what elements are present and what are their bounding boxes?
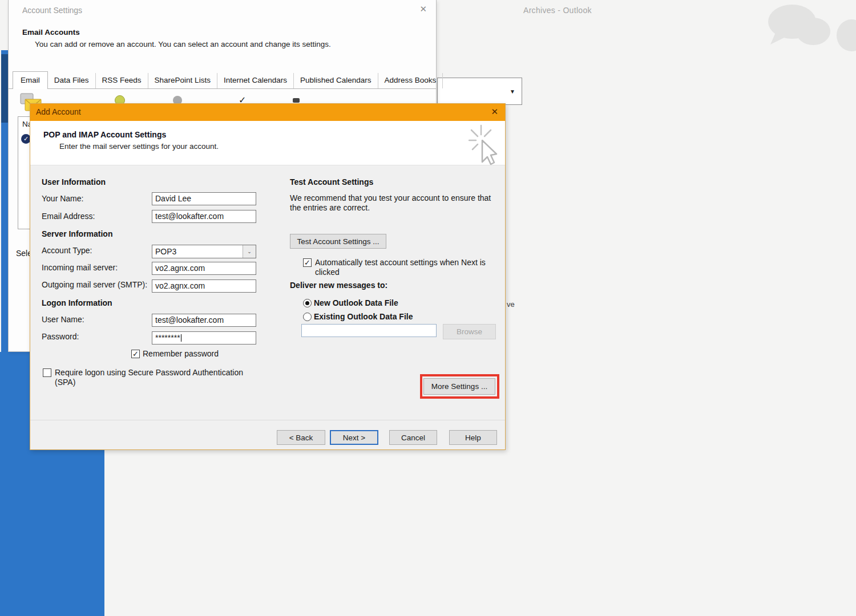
outgoing-server-field[interactable]: vo2.agnx.com	[152, 279, 256, 293]
back-button[interactable]: < Back	[277, 430, 325, 445]
close-icon[interactable]: ✕	[419, 4, 427, 14]
tab-rss-feeds[interactable]: RSS Feeds	[96, 73, 148, 88]
your-name-field[interactable]: David Lee	[152, 192, 256, 205]
test-account-description: We recommend that you test your account …	[290, 193, 504, 213]
data-file-path-field[interactable]	[301, 324, 437, 337]
user-name-field[interactable]: test@lookafter.com	[152, 314, 256, 327]
email-address-field[interactable]: test@lookafter.com	[152, 210, 256, 223]
cloud-watermark	[759, 0, 856, 66]
radio-new-data-file[interactable]	[303, 299, 312, 307]
remember-password-label: Remember password	[143, 349, 219, 358]
checkmark-icon: ✓	[132, 350, 139, 358]
auto-test-label: Automatically test account settings when…	[315, 258, 495, 277]
chevron-down-icon[interactable]: ⌄	[243, 245, 256, 258]
email-address-label: Email Address:	[42, 212, 95, 221]
help-button[interactable]: Help	[449, 430, 497, 445]
background-dropdown[interactable]: ▼	[437, 78, 522, 105]
radio-new-data-file-label: New Outlook Data File	[314, 298, 398, 307]
section-logon-information: Logon Information	[42, 298, 112, 307]
tab-internet-calendars[interactable]: Internet Calendars	[217, 73, 294, 88]
tab-data-files[interactable]: Data Files	[48, 73, 96, 88]
radio-existing-data-file-label: Existing Outlook Data File	[314, 312, 413, 321]
remember-password-checkbox[interactable]: ✓	[131, 350, 140, 358]
chevron-down-icon: ▼	[510, 88, 515, 95]
tab-sharepoint-lists[interactable]: SharePoint Lists	[148, 73, 217, 88]
section-test-account: Test Account Settings	[290, 177, 373, 187]
incoming-server-label: Incoming mail server:	[42, 263, 118, 272]
spa-label: Require logon using Secure Password Auth…	[55, 368, 256, 387]
add-account-title: Add Account	[36, 107, 81, 116]
header-subtitle: Enter the mail server settings for your …	[59, 142, 219, 151]
email-accounts-heading: Email Accounts	[22, 28, 80, 37]
password-masked-value: ********	[155, 333, 180, 342]
section-user-information: User Information	[42, 177, 106, 187]
spa-checkbox[interactable]	[43, 368, 51, 377]
window-title: Archives - Outlook	[523, 6, 592, 15]
header-title: POP and IMAP Account Settings	[43, 130, 166, 139]
outgoing-server-label: Outgoing mail server (SMTP):	[42, 280, 147, 289]
password-label: Password:	[42, 332, 79, 341]
close-icon[interactable]: ✕	[491, 107, 498, 117]
auto-test-checkbox[interactable]: ✓	[303, 258, 312, 267]
incoming-server-field[interactable]: vo2.agnx.com	[152, 262, 256, 275]
section-server-information: Server Information	[42, 229, 112, 238]
tab-published-calendars[interactable]: Published Calendars	[294, 73, 378, 88]
radio-existing-data-file[interactable]	[303, 313, 312, 321]
account-type-select[interactable]: POP3 ⌄	[152, 245, 256, 258]
tab-email[interactable]: Email	[13, 71, 48, 89]
window-edge-strip-dark	[1, 54, 8, 123]
mouse-click-cursor-icon	[469, 122, 500, 168]
section-deliver: Deliver new messages to:	[290, 281, 387, 290]
test-account-settings-button[interactable]: Test Account Settings ...	[290, 234, 386, 249]
email-accounts-description: You can add or remove an account. You ca…	[35, 40, 331, 48]
your-name-label: Your Name:	[42, 194, 83, 203]
account-type-label: Account Type:	[42, 246, 92, 255]
cancel-button[interactable]: Cancel	[389, 430, 437, 445]
footer-separator	[30, 420, 505, 420]
user-name-label: User Name:	[42, 315, 84, 324]
dialog-header: POP and IMAP Account Settings Enter the …	[30, 121, 505, 165]
desktop: Archives - Outlook ve ▼ Account Settings…	[0, 0, 856, 616]
account-type-value: POP3	[155, 247, 176, 256]
add-account-dialog: Add Account ✕ POP and IMAP Account Setti…	[30, 103, 506, 450]
more-settings-button[interactable]: More Settings ...	[423, 378, 495, 395]
dialog-title: Account Settings	[22, 6, 82, 15]
tab-bar: Email Data Files RSS Feeds SharePoint Li…	[9, 73, 436, 89]
checkmark-icon: ✓	[304, 258, 310, 267]
text-caret	[181, 334, 181, 342]
add-account-titlebar: Add Account ✕	[30, 104, 505, 121]
browse-button[interactable]: Browse	[443, 324, 496, 339]
next-button[interactable]: Next >	[330, 430, 378, 445]
tab-address-books[interactable]: Address Books	[378, 73, 443, 88]
background-text-fragment: ve	[507, 300, 515, 309]
password-field[interactable]: ********	[152, 331, 256, 345]
radio-dot	[305, 301, 309, 305]
remove-icon-fragment	[293, 98, 300, 103]
